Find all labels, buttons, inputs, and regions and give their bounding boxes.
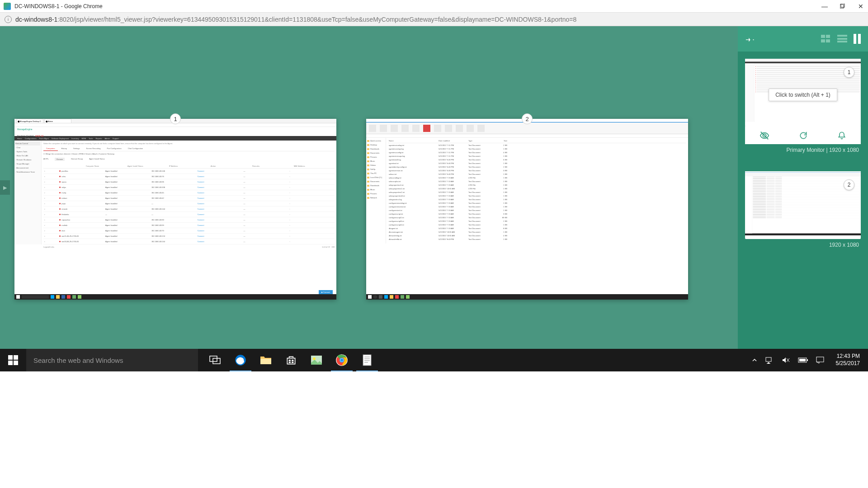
info-icon[interactable]: i bbox=[5, 16, 12, 23]
file-row: dbtransferfldr.txt 5/22/2017 8:43 PM Tex… bbox=[388, 237, 686, 241]
side-monitor-card-1[interactable]: 1 Click to switch (Alt + 1) bbox=[745, 59, 861, 153]
file-row: configurescript4.txt 5/22/2017 7:19 AM T… bbox=[388, 223, 686, 226]
search-box[interactable]: Search the web and Windows bbox=[26, 349, 198, 371]
edge-icon[interactable] bbox=[228, 349, 253, 371]
file-row: agentenvsetup.log 5/21/2017 7:11 PM Text… bbox=[388, 147, 686, 150]
table-row: ▫ usha Agent Installed 192.168.143.76 Co… bbox=[43, 174, 335, 179]
table-row: ▫ murty Agent Installed 192.168.143.45 C… bbox=[43, 190, 335, 196]
start-button[interactable] bbox=[0, 349, 26, 371]
nav-item: Tools bbox=[89, 137, 93, 140]
url-path: :8020/jsp/viewer/html5_viewer.jsp?viewer… bbox=[57, 16, 576, 23]
content-tab: Screen Recording bbox=[83, 146, 103, 151]
clock-date: 5/25/2017 bbox=[836, 360, 860, 367]
table-row: ▫ priya Agent Installed — Connect — ◦ bbox=[43, 201, 335, 206]
system-tray: 12:43 PM 5/25/2017 bbox=[747, 349, 868, 371]
side-monitor-card-2[interactable]: 2 868 x 488 bbox=[745, 171, 861, 248]
tray-chevron-icon[interactable] bbox=[752, 357, 757, 363]
viewer-main: ▶ 1 ⬤ ManageEngine Desktop C ⬤ Admin Man… bbox=[0, 26, 738, 349]
side-badge-1: 1 bbox=[844, 67, 854, 78]
monitor-1-content: ⬤ ManageEngine Desktop C ⬤ Admin ManageE… bbox=[14, 119, 336, 300]
table-row: ▫ win11-34-29-1710-01 Agent Installed 19… bbox=[43, 234, 335, 239]
file-row: dbcreateagent.txt 5/22/2017 10:01 AM Tex… bbox=[388, 230, 686, 234]
clock-time: 12:43 PM bbox=[836, 353, 860, 360]
switch-tooltip: Click to switch (Alt + 1) bbox=[769, 89, 837, 101]
explorer-sidebar-item: Documents bbox=[367, 151, 385, 155]
notifications-icon[interactable] bbox=[816, 357, 824, 364]
sidebar-item: ◦ Announcement bbox=[15, 166, 40, 170]
table-row: ▫ vidya Agent Installed 192.168.143.106 … bbox=[43, 185, 335, 190]
file-row: configureremotest.txt 5/22/2017 7:19 AM … bbox=[388, 205, 686, 208]
table-row: ▫ pavithra Agent Installed 192.168.143.1… bbox=[43, 169, 335, 174]
file-row: agentinst.txt 5/22/2017 6:40 PM Text Doc… bbox=[388, 161, 686, 165]
document-icon[interactable] bbox=[354, 349, 380, 371]
side-monitor-2-label: 868 x 488 bbox=[745, 242, 861, 248]
content-tab: Settings bbox=[71, 146, 82, 151]
monitor-preview-2[interactable]: 2 Quick accessDesktopDownloadsDocumentsP… bbox=[366, 119, 688, 300]
network-icon[interactable] bbox=[765, 357, 774, 364]
explorer-sidebar-item: SetUp bbox=[367, 167, 385, 171]
side-thumb-1: 1 Click to switch (Alt + 1) bbox=[745, 59, 861, 127]
maximize-button[interactable] bbox=[839, 3, 846, 10]
svg-rect-1 bbox=[841, 4, 844, 7]
list-view-icon[interactable] bbox=[837, 35, 847, 43]
explorer-sidebar: Quick accessDesktopDownloadsDocumentsPic… bbox=[366, 138, 386, 244]
pin-icon[interactable] bbox=[743, 32, 757, 46]
svg-rect-24 bbox=[768, 362, 769, 363]
side-monitor-1-actions bbox=[745, 126, 861, 144]
svg-rect-18 bbox=[363, 355, 371, 366]
remote-taskbar-2 bbox=[366, 294, 688, 300]
table-row: ▫ win10-34-29-1710-01 Agent Installed 19… bbox=[43, 239, 335, 244]
minimize-button[interactable]: — bbox=[821, 3, 828, 10]
monitor-2-content: Quick accessDesktopDownloadsDocumentsPic… bbox=[366, 119, 688, 300]
task-view-icon[interactable] bbox=[203, 349, 228, 371]
file-row: agentcommon.txt 5/22/2017 6:40 PM Text D… bbox=[388, 169, 686, 172]
address-url[interactable]: dc-windows8-1:8020/jsp/viewer/html5_view… bbox=[15, 16, 576, 23]
file-row: configurestart.txt 5/22/2017 7:19 AM Tex… bbox=[388, 208, 686, 212]
sidebar-item: ◦ Remote Shutdown bbox=[15, 158, 40, 162]
side-monitor-1-label: Primary Monitor | 868 x 488 bbox=[745, 147, 861, 153]
file-row: adiagnostics.log 5/22/2017 7:19 AM Text … bbox=[388, 197, 686, 201]
hide-icon[interactable] bbox=[760, 131, 769, 141]
bell-icon[interactable] bbox=[837, 131, 846, 140]
table-row: ▫ bhalanka — — Connect — ◦ bbox=[43, 212, 335, 217]
store-icon[interactable] bbox=[278, 349, 304, 371]
sidebar-item: ◦ Scope Manager bbox=[15, 162, 40, 166]
table-row: ▫ nimesh Agent Installed 192.168.143.144… bbox=[43, 206, 335, 212]
chrome-addressbar: i dc-windows8-1:8020/jsp/viewer/html5_vi… bbox=[0, 13, 868, 26]
battery-icon[interactable] bbox=[798, 357, 808, 363]
nav-item: Home bbox=[17, 137, 22, 140]
side-toolbar bbox=[738, 26, 868, 52]
filter-toolbar: ☐ Merge the connection element: | Viewer… bbox=[43, 151, 335, 156]
explorer-sidebar-item: Pictures bbox=[367, 155, 385, 159]
file-row: agentuninstcaps.log 5/21/2017 7:11 PM Te… bbox=[388, 154, 686, 158]
monitor-preview-1[interactable]: 1 ⬤ ManageEngine Desktop C ⬤ Admin Manag… bbox=[14, 119, 336, 300]
svg-rect-9 bbox=[289, 361, 291, 363]
sidebar-item: ◦ Need Assistance Team bbox=[15, 170, 40, 174]
chrome-icon[interactable] bbox=[329, 349, 354, 371]
table-row: ▫ muktak Agent Installed 192.168.143.99 … bbox=[43, 223, 335, 228]
svg-rect-29 bbox=[807, 359, 808, 361]
explorer-sidebar-item: Music bbox=[367, 188, 385, 192]
expand-handle[interactable]: ▶ bbox=[0, 180, 10, 195]
file-row: agentenvconfig.txt 5/21/2017 7:11 PM Tex… bbox=[388, 150, 686, 154]
content-tabs: ComputersHistorySettingsScreen Recording… bbox=[43, 146, 335, 151]
refresh-icon[interactable] bbox=[799, 131, 808, 140]
computers-table: Computer NameAgent Install StatusIP Addr… bbox=[43, 164, 335, 244]
svg-rect-6 bbox=[260, 359, 271, 364]
nav-item: Configurations bbox=[25, 137, 37, 140]
grid-view-icon[interactable] bbox=[821, 35, 831, 43]
taskbar-clock[interactable]: 12:43 PM 5/25/2017 bbox=[832, 353, 863, 367]
explorer-sidebar-item: Pictures bbox=[367, 192, 385, 196]
image-app-icon[interactable] bbox=[304, 349, 329, 371]
file-row: adiscanplus.txt 5/22/2017 7:19 AM Text D… bbox=[388, 179, 686, 183]
url-host: dc-windows8-1 bbox=[15, 16, 57, 23]
volume-icon[interactable] bbox=[782, 357, 790, 364]
pause-icon[interactable] bbox=[854, 34, 861, 44]
explorer-sidebar-item: Desktop bbox=[367, 143, 385, 147]
nav-item: MDM bbox=[82, 137, 86, 140]
file-explorer-icon[interactable] bbox=[253, 349, 278, 371]
file-row: adixproperties1.txt 5/22/2017 7:19 AM LO… bbox=[388, 183, 686, 187]
sidebar-item: ◦ System Tools bbox=[15, 150, 40, 154]
close-button[interactable]: ✕ bbox=[857, 3, 864, 10]
chrome-window-title: DC-WINDOWS8-1 - Google Chrome bbox=[14, 3, 821, 9]
